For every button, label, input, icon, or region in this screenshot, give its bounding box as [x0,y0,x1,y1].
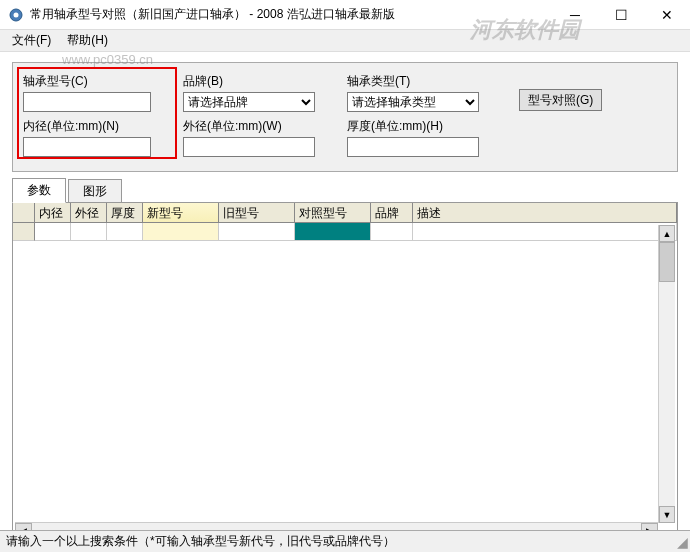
tab-content-params: 内径 外径 厚度 新型号 旧型号 对照型号 品牌 描述 [12,202,678,542]
menu-bar: 文件(F) 帮助(H) [0,30,690,52]
cell[interactable] [71,223,107,241]
tab-params[interactable]: 参数 [12,178,66,203]
vertical-scrollbar[interactable]: ▲ ▼ [658,225,675,523]
cell-new[interactable] [143,223,219,241]
brand-select[interactable]: 请选择品牌 [183,92,315,112]
type-select[interactable]: 请选择轴承类型 [347,92,479,112]
grid-header: 内径 外径 厚度 新型号 旧型号 对照型号 品牌 描述 [13,203,677,223]
thickness-label: 厚度(单位:mm)(H) [347,118,479,135]
col-outer[interactable]: 外径 [71,203,107,222]
status-text: 请输入一个以上搜索条件（*可输入轴承型号新代号，旧代号或品牌代号） [6,533,395,550]
scroll-down-icon[interactable]: ▼ [659,506,675,523]
menu-help[interactable]: 帮助(H) [59,30,116,51]
resize-grip-icon[interactable]: ◢ [677,534,688,550]
thickness-input[interactable] [347,137,479,157]
inner-dia-input[interactable] [23,137,151,157]
col-ref-model[interactable]: 对照型号 [295,203,371,222]
app-icon [8,7,24,23]
row-header [13,223,35,241]
outer-dia-label: 外径(单位:mm)(W) [183,118,315,135]
maximize-button[interactable]: ☐ [598,0,644,30]
cell-ref-selected[interactable] [295,223,371,241]
tabs-area: 参数 图形 内径 外径 厚度 新型号 旧型号 对照型号 品牌 描述 [12,178,678,542]
compare-button[interactable]: 型号对照(G) [519,89,602,111]
cell[interactable] [219,223,295,241]
model-label: 轴承型号(C) [23,73,151,90]
inner-dia-label: 内径(单位:mm)(N) [23,118,151,135]
model-input[interactable] [23,92,151,112]
col-thick[interactable]: 厚度 [107,203,143,222]
col-brand[interactable]: 品牌 [371,203,413,222]
col-inner[interactable]: 内径 [35,203,71,222]
search-panel: 轴承型号(C) 内径(单位:mm)(N) 品牌(B) 请选择品牌 外径(单位:m… [12,62,678,172]
brand-label: 品牌(B) [183,73,315,90]
grid-corner [13,203,35,222]
col-new-model[interactable]: 新型号 [143,203,219,222]
close-button[interactable]: ✕ [644,0,690,30]
tab-strip: 参数 图形 [12,178,678,202]
status-bar: 请输入一个以上搜索条件（*可输入轴承型号新代号，旧代号或品牌代号） ◢ [0,530,690,552]
results-grid: 内径 外径 厚度 新型号 旧型号 对照型号 品牌 描述 [13,203,677,552]
col-desc[interactable]: 描述 [413,203,677,222]
menu-file[interactable]: 文件(F) [4,30,59,51]
cell[interactable] [371,223,413,241]
cell[interactable] [413,223,677,241]
tab-graphic[interactable]: 图形 [68,179,122,203]
window-controls: ─ ☐ ✕ [552,0,690,30]
col-old-model[interactable]: 旧型号 [219,203,295,222]
scroll-up-icon[interactable]: ▲ [659,225,675,242]
grid-row-empty [13,223,677,241]
scroll-thumb[interactable] [659,242,675,282]
minimize-button[interactable]: ─ [552,0,598,30]
svg-point-1 [14,12,19,17]
title-bar: 常用轴承型号对照（新旧国产进口轴承） - 2008 浩弘进口轴承最新版 ─ ☐ … [0,0,690,30]
cell[interactable] [107,223,143,241]
type-label: 轴承类型(T) [347,73,479,90]
grid-body[interactable] [13,241,677,552]
outer-dia-input[interactable] [183,137,315,157]
cell[interactable] [35,223,71,241]
window-title: 常用轴承型号对照（新旧国产进口轴承） - 2008 浩弘进口轴承最新版 [30,6,552,23]
